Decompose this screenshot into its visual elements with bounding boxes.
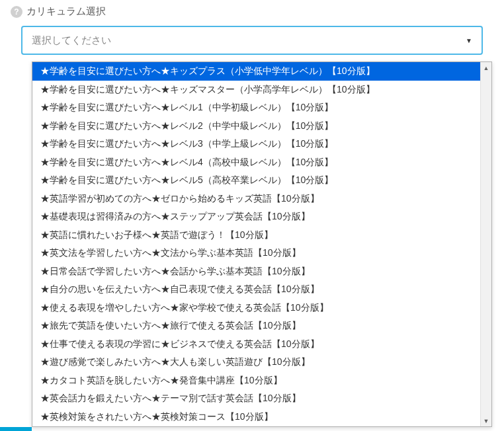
dropdown-option[interactable]: ★学齢を目安に選びたい方へ★レベル4（高校中級レベル）【10分版】 (32, 153, 480, 172)
bottom-accent (0, 427, 32, 431)
dropdown-option[interactable]: ★英文法を学習したい方へ★文法から学ぶ基本英語【10分版】 (32, 244, 480, 262)
dropdown-option[interactable]: ★遊び感覚で楽しみたい方へ★大人も楽しい英語遊び【10分版】 (32, 353, 480, 372)
dropdown-option[interactable]: ★英検対策をされたい方へ★英検対策コース【10分版】 (32, 408, 480, 426)
dropdown-option[interactable]: ★学齢を目安に選びたい方へ★レベル3（中学上級レベル）【10分版】 (32, 135, 480, 153)
dropdown-option[interactable]: ★英会話力を鍛えたい方へ★テーマ別で話す英会話【10分版】 (32, 389, 480, 408)
dropdown-option[interactable]: ★学齢を目安に選びたい方へ★キッズマスター（小学高学年レベル）【10分版】 (32, 81, 480, 99)
dropdown-option[interactable]: ★仕事で使える表現の学習に★ビジネスで使える英会話【10分版】 (32, 335, 480, 354)
select-wrapper: 選択してください ▼ (0, 26, 504, 55)
curriculum-select[interactable]: 選択してください ▼ (21, 26, 483, 55)
dropdown-option[interactable]: ★学齢を目安に選びたい方へ★レベル5（高校卒業レベル）【10分版】 (32, 171, 480, 190)
curriculum-dropdown: ★学齢を目安に選びたい方へ★キッズプラス（小学低中学年レベル）【10分版】★学齢… (32, 61, 492, 427)
dropdown-option[interactable]: ★基礎表現は習得済みの方へ★ステップアップ英会話【10分版】 (32, 208, 480, 226)
dropdown-option[interactable]: ★使える表現を増やしたい方へ★家や学校で使える英会話【10分版】 (32, 299, 480, 317)
options-list: ★学齢を目安に選びたい方へ★キッズプラス（小学低中学年レベル）【10分版】★学齢… (32, 62, 480, 426)
scroll-down-arrow[interactable]: ▼ (481, 415, 491, 426)
dropdown-option[interactable]: ★学齢を目安に選びたい方へ★キッズプラス（小学低中学年レベル）【10分版】 (32, 62, 480, 81)
chevron-down-icon: ▼ (466, 37, 472, 44)
scrollbar[interactable]: ▲ ▼ (480, 62, 491, 426)
scroll-up-arrow[interactable]: ▲ (481, 62, 491, 73)
page-title: カリキュラム選択 (26, 5, 106, 18)
dropdown-option[interactable]: ★学齢を目安に選びたい方へ★レベル2（中学中級レベル）【10分版】 (32, 117, 480, 136)
header: ? カリキュラム選択 (0, 0, 504, 26)
select-placeholder: 選択してください (32, 34, 111, 47)
dropdown-option[interactable]: ★カタコト英語を脱したい方へ★発音集中講座【10分版】 (32, 372, 480, 390)
dropdown-option[interactable]: ★学齢を目安に選びたい方へ★レベル1（中学初級レベル）【10分版】 (32, 98, 480, 117)
help-icon[interactable]: ? (11, 6, 22, 18)
dropdown-option[interactable]: ★英語学習が初めての方へ★ゼロから始めるキッズ英語【10分版】 (32, 190, 480, 208)
dropdown-option[interactable]: ★旅先で英語を使いたい方へ★旅行で使える英会話【10分版】 (32, 317, 480, 335)
dropdown-option[interactable]: ★自分の思いを伝えたい方へ★自己表現で使える英会話【10分版】 (32, 280, 480, 299)
dropdown-option[interactable]: ★英語に慣れたいお子様へ★英語で遊ぼう！【10分版】 (32, 226, 480, 245)
dropdown-option[interactable]: ★日常会話で学習したい方へ★会話から学ぶ基本英語【10分版】 (32, 262, 480, 281)
